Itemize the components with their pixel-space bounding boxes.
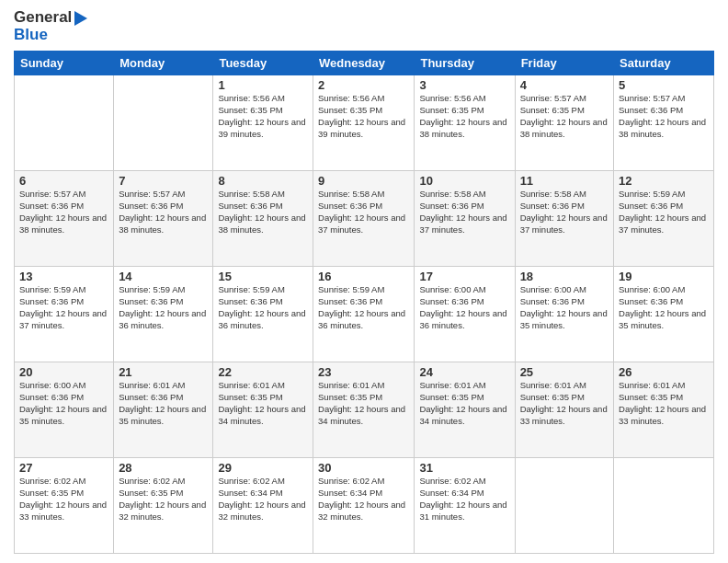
day-info: Sunrise: 6:01 AM Sunset: 6:35 PM Dayligh… <box>318 380 409 427</box>
day-info: Sunrise: 5:57 AM Sunset: 6:35 PM Dayligh… <box>520 93 609 140</box>
calendar-cell: 13Sunrise: 5:59 AM Sunset: 6:36 PM Dayli… <box>15 267 114 362</box>
calendar-cell: 2Sunrise: 5:56 AM Sunset: 6:35 PM Daylig… <box>313 75 415 171</box>
logo: General Blue <box>14 9 87 43</box>
day-info: Sunrise: 5:59 AM Sunset: 6:36 PM Dayligh… <box>218 284 308 331</box>
header: General Blue <box>14 9 714 43</box>
day-info: Sunrise: 5:56 AM Sunset: 6:35 PM Dayligh… <box>218 93 308 140</box>
week-row-0: 1Sunrise: 5:56 AM Sunset: 6:35 PM Daylig… <box>15 75 714 171</box>
day-info: Sunrise: 6:01 AM Sunset: 6:35 PM Dayligh… <box>520 380 609 427</box>
day-info: Sunrise: 5:59 AM Sunset: 6:36 PM Dayligh… <box>619 189 709 236</box>
day-number: 3 <box>419 78 509 92</box>
day-info: Sunrise: 5:58 AM Sunset: 6:36 PM Dayligh… <box>520 189 609 236</box>
week-row-2: 13Sunrise: 5:59 AM Sunset: 6:36 PM Dayli… <box>15 267 714 362</box>
day-info: Sunrise: 5:57 AM Sunset: 6:36 PM Dayligh… <box>19 189 108 236</box>
day-number: 2 <box>318 78 409 92</box>
day-info: Sunrise: 6:02 AM Sunset: 6:34 PM Dayligh… <box>218 476 308 523</box>
day-info: Sunrise: 6:00 AM Sunset: 6:36 PM Dayligh… <box>619 284 709 331</box>
weekday-header-wednesday: Wednesday <box>313 52 415 75</box>
day-info: Sunrise: 6:00 AM Sunset: 6:36 PM Dayligh… <box>19 380 108 427</box>
day-number: 20 <box>19 365 108 379</box>
day-number: 27 <box>19 461 108 475</box>
calendar-cell: 6Sunrise: 5:57 AM Sunset: 6:36 PM Daylig… <box>15 171 114 267</box>
calendar-cell: 23Sunrise: 6:01 AM Sunset: 6:35 PM Dayli… <box>313 362 415 458</box>
calendar-cell: 3Sunrise: 5:56 AM Sunset: 6:35 PM Daylig… <box>415 75 515 171</box>
calendar-cell <box>515 458 613 554</box>
calendar-cell: 18Sunrise: 6:00 AM Sunset: 6:36 PM Dayli… <box>515 267 613 362</box>
day-number: 29 <box>218 461 308 475</box>
calendar-cell: 27Sunrise: 6:02 AM Sunset: 6:35 PM Dayli… <box>15 458 114 554</box>
logo-blue: Blue <box>14 27 87 44</box>
calendar-cell: 1Sunrise: 5:56 AM Sunset: 6:35 PM Daylig… <box>213 75 313 171</box>
weekday-header-sunday: Sunday <box>15 52 114 75</box>
day-number: 23 <box>318 365 409 379</box>
calendar-cell <box>114 75 213 171</box>
day-number: 24 <box>419 365 509 379</box>
week-row-4: 27Sunrise: 6:02 AM Sunset: 6:35 PM Dayli… <box>15 458 714 554</box>
day-info: Sunrise: 6:02 AM Sunset: 6:34 PM Dayligh… <box>419 476 509 523</box>
calendar-cell: 30Sunrise: 6:02 AM Sunset: 6:34 PM Dayli… <box>313 458 415 554</box>
day-number: 15 <box>218 270 308 283</box>
day-info: Sunrise: 6:00 AM Sunset: 6:36 PM Dayligh… <box>520 284 609 331</box>
day-number: 25 <box>520 365 609 379</box>
day-info: Sunrise: 6:02 AM Sunset: 6:34 PM Dayligh… <box>318 476 409 523</box>
day-info: Sunrise: 6:02 AM Sunset: 6:35 PM Dayligh… <box>119 476 208 523</box>
day-info: Sunrise: 6:01 AM Sunset: 6:35 PM Dayligh… <box>419 380 509 427</box>
day-info: Sunrise: 5:59 AM Sunset: 6:36 PM Dayligh… <box>19 284 108 331</box>
day-number: 11 <box>520 174 609 188</box>
calendar-cell: 20Sunrise: 6:00 AM Sunset: 6:36 PM Dayli… <box>15 362 114 458</box>
calendar-cell: 15Sunrise: 5:59 AM Sunset: 6:36 PM Dayli… <box>213 267 313 362</box>
page: General Blue SundayMondayTuesdayWednesda… <box>0 0 728 563</box>
logo-general: General <box>14 9 87 27</box>
day-info: Sunrise: 5:58 AM Sunset: 6:36 PM Dayligh… <box>218 189 308 236</box>
calendar-cell: 12Sunrise: 5:59 AM Sunset: 6:36 PM Dayli… <box>614 171 714 267</box>
day-number: 30 <box>318 461 409 475</box>
weekday-header-thursday: Thursday <box>415 52 515 75</box>
calendar-cell: 8Sunrise: 5:58 AM Sunset: 6:36 PM Daylig… <box>213 171 313 267</box>
day-number: 21 <box>119 365 208 379</box>
weekday-header-row: SundayMondayTuesdayWednesdayThursdayFrid… <box>15 52 714 75</box>
day-info: Sunrise: 5:56 AM Sunset: 6:35 PM Dayligh… <box>419 93 509 140</box>
day-info: Sunrise: 5:58 AM Sunset: 6:36 PM Dayligh… <box>318 189 409 236</box>
calendar-cell: 22Sunrise: 6:01 AM Sunset: 6:35 PM Dayli… <box>213 362 313 458</box>
calendar-cell: 10Sunrise: 5:58 AM Sunset: 6:36 PM Dayli… <box>415 171 515 267</box>
day-info: Sunrise: 6:00 AM Sunset: 6:36 PM Dayligh… <box>419 284 509 331</box>
calendar-cell: 26Sunrise: 6:01 AM Sunset: 6:35 PM Dayli… <box>614 362 714 458</box>
day-number: 22 <box>218 365 308 379</box>
day-info: Sunrise: 5:59 AM Sunset: 6:36 PM Dayligh… <box>119 284 208 331</box>
day-number: 13 <box>19 270 108 283</box>
day-number: 7 <box>119 174 208 188</box>
calendar-cell: 5Sunrise: 5:57 AM Sunset: 6:36 PM Daylig… <box>614 75 714 171</box>
calendar-cell: 28Sunrise: 6:02 AM Sunset: 6:35 PM Dayli… <box>114 458 213 554</box>
day-number: 17 <box>419 270 509 283</box>
day-number: 31 <box>419 461 509 475</box>
calendar-cell: 17Sunrise: 6:00 AM Sunset: 6:36 PM Dayli… <box>415 267 515 362</box>
calendar-cell: 31Sunrise: 6:02 AM Sunset: 6:34 PM Dayli… <box>415 458 515 554</box>
day-number: 12 <box>619 174 709 188</box>
calendar-cell: 29Sunrise: 6:02 AM Sunset: 6:34 PM Dayli… <box>213 458 313 554</box>
day-number: 8 <box>218 174 308 188</box>
calendar-cell: 24Sunrise: 6:01 AM Sunset: 6:35 PM Dayli… <box>415 362 515 458</box>
weekday-header-monday: Monday <box>114 52 213 75</box>
day-info: Sunrise: 5:56 AM Sunset: 6:35 PM Dayligh… <box>318 93 409 140</box>
day-number: 6 <box>19 174 108 188</box>
calendar-cell: 21Sunrise: 6:01 AM Sunset: 6:36 PM Dayli… <box>114 362 213 458</box>
calendar-cell <box>15 75 114 171</box>
calendar-cell: 9Sunrise: 5:58 AM Sunset: 6:36 PM Daylig… <box>313 171 415 267</box>
day-info: Sunrise: 5:59 AM Sunset: 6:36 PM Dayligh… <box>318 284 409 331</box>
calendar-cell: 19Sunrise: 6:00 AM Sunset: 6:36 PM Dayli… <box>614 267 714 362</box>
day-number: 26 <box>619 365 709 379</box>
day-number: 5 <box>619 78 709 92</box>
day-info: Sunrise: 6:02 AM Sunset: 6:35 PM Dayligh… <box>19 476 108 523</box>
calendar-table: SundayMondayTuesdayWednesdayThursdayFrid… <box>14 51 714 554</box>
day-info: Sunrise: 6:01 AM Sunset: 6:35 PM Dayligh… <box>619 380 709 427</box>
day-number: 4 <box>520 78 609 92</box>
calendar-cell: 11Sunrise: 5:58 AM Sunset: 6:36 PM Dayli… <box>515 171 613 267</box>
day-info: Sunrise: 5:58 AM Sunset: 6:36 PM Dayligh… <box>419 189 509 236</box>
day-info: Sunrise: 6:01 AM Sunset: 6:36 PM Dayligh… <box>119 380 208 427</box>
week-row-1: 6Sunrise: 5:57 AM Sunset: 6:36 PM Daylig… <box>15 171 714 267</box>
day-number: 16 <box>318 270 409 283</box>
calendar-cell: 25Sunrise: 6:01 AM Sunset: 6:35 PM Dayli… <box>515 362 613 458</box>
day-info: Sunrise: 6:01 AM Sunset: 6:35 PM Dayligh… <box>218 380 308 427</box>
day-number: 14 <box>119 270 208 283</box>
calendar-cell: 16Sunrise: 5:59 AM Sunset: 6:36 PM Dayli… <box>313 267 415 362</box>
